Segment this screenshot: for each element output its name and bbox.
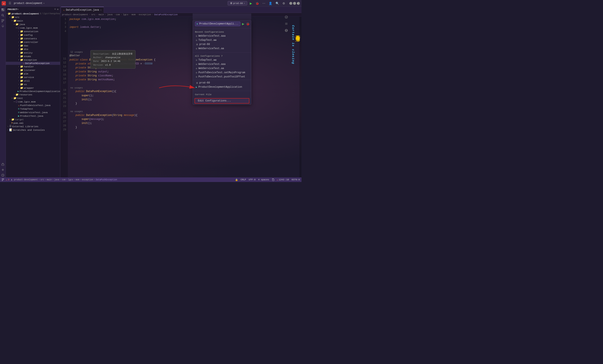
svg-line-7 xyxy=(3,16,4,17)
tree-item-exception[interactable]: ▾ 📁 exception xyxy=(6,58,60,62)
tree-item-external-libs[interactable]: › 🗄 External Libraries xyxy=(6,125,60,128)
tree-item-pushtestjava[interactable]: ☕ PushToDeviceTest.java xyxy=(6,104,60,107)
tree-item-pomxml[interactable]: m pom.xml xyxy=(6,121,60,125)
tree-item-constants[interactable]: › 📁 constants xyxy=(6,37,60,40)
dropdown-item-prod60-2[interactable]: 🖥 prod-60 xyxy=(193,81,251,85)
activity-bottom3[interactable] xyxy=(1,173,5,177)
status-copy-icon[interactable] xyxy=(272,178,274,181)
expand-arrow: › xyxy=(18,83,20,86)
activity-explorer[interactable] xyxy=(1,8,5,12)
window-maximize[interactable]: □ xyxy=(293,2,296,5)
right-icon-1[interactable] xyxy=(284,15,289,19)
dropdown-item-webservicetest-aaa[interactable]: ⚙ WebServiceTest.aaa xyxy=(193,34,251,38)
item-label: PushToDeviceTest.setMainProgram xyxy=(198,71,245,74)
tree-item-datapushexception[interactable]: ☕ DataPushException xyxy=(6,62,60,65)
expand-arrow: › xyxy=(18,87,20,89)
dropdown-item-webservicetest-aa[interactable]: ⚙ WebServiceTest.aa xyxy=(193,46,251,51)
tree-item-dao[interactable]: › 📁 dao xyxy=(6,44,60,47)
tree-item-test-root[interactable]: ▾ 📁 test xyxy=(6,96,60,100)
activity-debug[interactable] xyxy=(1,24,5,28)
status-indent[interactable]: 4 spaces xyxy=(258,178,269,181)
edit-configurations-item[interactable]: Edit Configurations... xyxy=(195,98,249,104)
tab-close-icon[interactable]: ✕ xyxy=(100,9,102,11)
status-expand[interactable]: ∧ xyxy=(11,178,12,181)
sidebar-collapse-icon[interactable]: ≡ xyxy=(54,8,56,11)
project-dropdown-arrow[interactable]: ▾ xyxy=(43,2,45,5)
dropdown-item-webservicetest-aa-2[interactable]: ⚙ WebServiceTest.aa xyxy=(193,66,251,70)
run-config-button[interactable]: 🖥 prod-60 ▾ xyxy=(228,1,247,5)
tree-item-util[interactable]: › 📁 util xyxy=(6,79,60,83)
run-config-panel[interactable]: ▶ ProductDevelopmentAppli... ▶ 🐞 ⋯ Recen… xyxy=(193,20,251,105)
activity-bottom1[interactable] xyxy=(1,162,5,166)
tree-item-plm[interactable]: › 📁 plm xyxy=(6,72,60,76)
tree-label-vo: vo xyxy=(24,83,27,86)
tree-item-package[interactable]: ▾ ⬡ com.lgcx.mom xyxy=(6,26,60,30)
tree-item-producttestjava[interactable]: ▶ ProductTest.java xyxy=(6,114,60,118)
code-editor[interactable]: 1 2 3 4 11 12 13 14 15 16 17 19 xyxy=(60,17,302,177)
tree-item-scratches[interactable]: › 📝 Scratches and Consoles xyxy=(6,128,60,132)
activity-git[interactable] xyxy=(1,18,5,23)
tree-item-productdevapp[interactable]: ▶ ProductDevelopmentApplication xyxy=(6,90,60,93)
tree-item-src[interactable]: ▾ 📁 src xyxy=(6,15,60,19)
selected-config[interactable]: ▶ ProductDevelopmentAppli... xyxy=(195,22,240,26)
tree-item-target[interactable]: › 📁 target xyxy=(6,118,60,121)
tree-item-wrapper[interactable]: › 📁 wrapper xyxy=(6,86,60,90)
tree-item-listener[interactable]: › 📁 listener xyxy=(6,68,60,72)
tree-item-main[interactable]: ▾ 📁 main xyxy=(6,19,60,22)
tree-item-controller[interactable]: › 📁 controller xyxy=(6,40,60,44)
dropdown-item-prod60[interactable]: 🖥 prod-60 xyxy=(193,42,251,46)
date-val: 2023-6-2 14:46 xyxy=(101,60,120,63)
tree-item-service[interactable]: › 📁 service xyxy=(6,76,60,79)
editor-scrollbar[interactable] xyxy=(299,17,302,177)
tab-datapushexception[interactable]: ☕ DataPushException.java ✕ xyxy=(61,7,104,13)
debug-button[interactable]: 🐞 xyxy=(255,1,260,5)
sidebar-dropdown-arrow[interactable]: ▾ xyxy=(17,8,19,11)
status-warning-badge[interactable]: ⚠ 1243 :10 xyxy=(277,178,289,181)
debug-dropdown-btn[interactable]: 🐞 xyxy=(246,22,250,26)
tree-item-tosaptest[interactable]: ⊙ ToSapTest xyxy=(6,107,60,111)
status-encoding[interactable]: UTF-8 xyxy=(249,178,256,181)
folder-main-icon: 📁 xyxy=(13,19,17,22)
status-line-col[interactable]: 🔒 xyxy=(235,178,238,181)
settings-button[interactable]: ⚙ xyxy=(282,1,286,5)
sidebar-settings-icon[interactable]: ⚙ xyxy=(57,8,58,11)
tree-item-config[interactable]: › 📁 config xyxy=(6,33,60,37)
right-icon-globe[interactable] xyxy=(284,28,289,33)
profile-button[interactable]: 👤 xyxy=(268,1,273,5)
search-global-button[interactable]: 🔍 xyxy=(275,1,280,5)
right-icon-2[interactable] xyxy=(284,21,289,26)
run-button[interactable]: ▶ xyxy=(249,1,253,5)
window-minimize[interactable]: — xyxy=(289,2,292,5)
tree-item-vo[interactable]: › 📁 vo xyxy=(6,83,60,86)
right-side-icons xyxy=(284,15,289,33)
error-badge: ⚠ xyxy=(277,178,278,181)
dropdown-item-webservicetest-aaa-2[interactable]: ⚙ WebServiceTest.aaa xyxy=(193,62,251,66)
tree-item-com-lgcx-test[interactable]: ▾ ⬡ com.lgcx.mom xyxy=(6,100,60,104)
tree-item-java[interactable]: ▾ 📁 java xyxy=(6,22,60,26)
collapse-arrow: ▾ xyxy=(15,27,18,29)
code-content[interactable]: package com.lgcx.mom.exception; import l… xyxy=(68,17,302,177)
tree-item-entity[interactable]: › 📁 entity xyxy=(6,51,60,55)
activity-search[interactable] xyxy=(1,13,5,18)
status-branch[interactable] xyxy=(2,178,4,181)
tree-item-handler[interactable]: › 📁 handler xyxy=(6,65,60,68)
tree-item-enums[interactable]: › 📁 enums xyxy=(6,55,60,58)
hint-date: Date 2023-6-2 14:46 xyxy=(93,59,133,63)
tree-item-dto[interactable]: › 📁 dto xyxy=(6,47,60,51)
dropdown-item-productdevapp[interactable]: ▶ ProductDevelopmentApplication xyxy=(193,85,251,89)
window-close[interactable]: ✕ xyxy=(297,2,300,5)
more-options-button[interactable]: ⋯ xyxy=(262,1,266,5)
dropdown-item-tosaptest-ww[interactable]: ⚙ ToSapTest.ww xyxy=(193,38,251,42)
tree-item-resources[interactable]: › 📁 resources xyxy=(6,93,60,96)
dropdown-item-pushtodevicetest-setmain[interactable]: ⚙ PushToDeviceTest.setMainProgram xyxy=(193,70,251,75)
status-crlf[interactable]: CRLF xyxy=(241,178,246,181)
run-dropdown-btn[interactable]: ▶ xyxy=(242,22,244,26)
tree-item-webservicejava[interactable]: ⊙ WebServiceTest.java xyxy=(6,111,60,114)
tree-item-annotation[interactable]: › 📁 annotation xyxy=(6,30,60,33)
dropdown-item-pushtodevicetest-pushtool[interactable]: ⚙ PushToDeviceTest.pushToolOffset xyxy=(193,75,251,79)
activity-bottom2[interactable]: ⚙ xyxy=(1,167,5,172)
hamburger-menu[interactable]: ☰ xyxy=(8,1,12,6)
dropdown-item-tosaptest-ww-2[interactable]: ⚙ ToSapTest.ww xyxy=(193,58,251,62)
status-errors[interactable]: ⚠ 3 xyxy=(6,178,9,181)
tree-item-product-development[interactable]: ▾ 📁 product-development E:\lgcx\hangzhou… xyxy=(6,12,60,15)
